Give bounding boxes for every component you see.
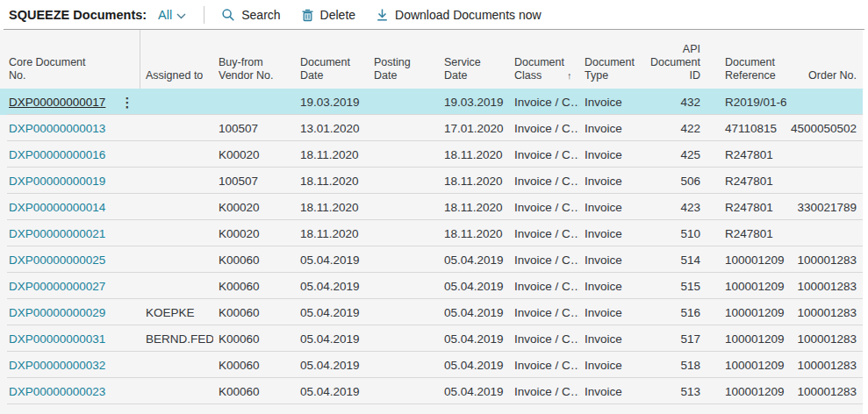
core-document-no-link[interactable]: DXP00000000027 [9, 280, 105, 293]
search-button[interactable]: Search [221, 8, 280, 22]
cell-buy-from-vendor-no[interactable]: K00020 [213, 220, 295, 246]
cell-buy-from-vendor-no[interactable]: K00060 [213, 246, 295, 273]
cell-order-no[interactable]: 100001283 [786, 352, 860, 378]
cell-document-reference[interactable]: 100001209 [704, 352, 786, 378]
cell-order-no[interactable] [786, 220, 860, 246]
cell-document-class[interactable]: Invoice / C… [509, 325, 579, 352]
cell-order-no[interactable] [786, 141, 860, 168]
cell-document-reference[interactable]: 100001209 [704, 378, 786, 404]
cell-assigned-to[interactable] [140, 89, 213, 115]
cell-service-date[interactable]: 05.04.2019 [439, 273, 509, 299]
cell-api-document-id[interactable]: 425 [642, 141, 704, 168]
cell-buy-from-vendor-no[interactable]: K00060 [213, 325, 295, 352]
cell-document-type[interactable]: Invoice [579, 220, 642, 246]
core-document-no-link[interactable]: DXP00000000021 [9, 227, 105, 240]
cell-document-date[interactable]: 05.04.2019 [295, 352, 369, 378]
column-header-order-no[interactable]: Order No. [786, 30, 860, 89]
cell-document-reference[interactable]: 100001209 [704, 299, 786, 325]
cell-buy-from-vendor-no[interactable]: K00060 [213, 273, 295, 299]
cell-service-date[interactable]: 05.04.2019 [439, 378, 509, 404]
cell-api-document-id[interactable]: 518 [642, 352, 704, 378]
cell-service-date[interactable]: 05.04.2019 [439, 246, 509, 273]
cell-document-class[interactable]: Invoice / C… [509, 168, 579, 194]
cell-api-document-id[interactable]: 510 [642, 220, 704, 246]
cell-posting-date[interactable] [369, 352, 439, 378]
column-header-document-class[interactable]: Document Class↑ [509, 30, 579, 89]
cell-posting-date[interactable] [369, 89, 439, 115]
cell-service-date[interactable]: 19.03.2019 [439, 89, 509, 115]
cell-assigned-to[interactable]: BERND.FEDD… [140, 325, 213, 352]
cell-assigned-to[interactable] [140, 378, 213, 404]
cell-order-no[interactable]: 100001283 [786, 325, 860, 352]
cell-order-no[interactable]: 4500050502 [786, 115, 860, 141]
cell-service-date[interactable]: 18.11.2020 [439, 194, 509, 220]
cell-document-class[interactable]: Invoice / C… [509, 89, 579, 115]
cell-core-document-no[interactable]: DXP00000000027 [0, 273, 114, 299]
core-document-no-link[interactable]: DXP00000000014 [9, 201, 105, 214]
cell-document-date[interactable]: 18.11.2020 [295, 220, 369, 246]
cell-document-type[interactable]: Invoice [579, 352, 642, 378]
table-row[interactable]: DXP00000000021K0002018.11.202018.11.2020… [0, 220, 863, 246]
cell-api-document-id[interactable]: 517 [642, 325, 704, 352]
core-document-no-link[interactable]: DXP00000000029 [9, 306, 105, 319]
cell-document-reference[interactable]: R247801 [704, 168, 786, 194]
cell-api-document-id[interactable]: 514 [642, 246, 704, 273]
cell-document-date[interactable]: 18.11.2020 [295, 194, 369, 220]
cell-document-date[interactable]: 05.04.2019 [295, 378, 369, 404]
cell-api-document-id[interactable]: 422 [642, 115, 704, 141]
cell-document-date[interactable]: 18.11.2020 [295, 141, 369, 168]
cell-order-no[interactable]: 100001283 [786, 378, 860, 404]
cell-buy-from-vendor-no[interactable]: K00060 [213, 299, 295, 325]
cell-document-reference[interactable]: 100001209 [704, 325, 786, 352]
cell-document-reference[interactable]: R2019/01-67 [704, 89, 786, 115]
cell-assigned-to[interactable] [140, 194, 213, 220]
cell-api-document-id[interactable]: 506 [642, 168, 704, 194]
table-row[interactable]: DXP0000000001910050718.11.202018.11.2020… [0, 168, 863, 194]
cell-posting-date[interactable] [369, 220, 439, 246]
cell-core-document-no[interactable]: DXP00000000016 [0, 141, 114, 168]
cell-assigned-to[interactable] [140, 168, 213, 194]
table-row[interactable]: DXP00000000017⋮19.03.201919.03.2019Invoi… [0, 89, 863, 115]
column-header-api-document-id[interactable]: API Document ID [642, 30, 704, 89]
cell-buy-from-vendor-no[interactable]: 100507 [213, 115, 295, 141]
cell-core-document-no[interactable]: DXP00000000032 [0, 352, 114, 378]
cell-service-date[interactable]: 18.11.2020 [439, 168, 509, 194]
cell-order-no[interactable]: 330021789 [786, 194, 860, 220]
delete-button[interactable]: Delete [301, 8, 355, 22]
cell-core-document-no[interactable]: DXP00000000019 [0, 168, 114, 194]
table-row[interactable]: DXP00000000029KOEPKEK0006005.04.201905.0… [0, 299, 863, 325]
cell-posting-date[interactable] [369, 246, 439, 273]
cell-core-document-no[interactable]: DXP00000000029 [0, 299, 114, 325]
cell-core-document-no[interactable]: DXP00000000031 [0, 325, 114, 352]
cell-document-date[interactable]: 19.03.2019 [295, 89, 369, 115]
cell-document-type[interactable]: Invoice [579, 89, 642, 115]
cell-api-document-id[interactable]: 513 [642, 378, 704, 404]
cell-document-date[interactable]: 05.04.2019 [295, 325, 369, 352]
cell-document-type[interactable]: Invoice [579, 246, 642, 273]
cell-api-document-id[interactable]: 515 [642, 273, 704, 299]
cell-buy-from-vendor-no[interactable]: 100507 [213, 168, 295, 194]
cell-document-type[interactable]: Invoice [579, 299, 642, 325]
core-document-no-link[interactable]: DXP00000000017 [9, 96, 105, 109]
download-documents-button[interactable]: Download Documents now [376, 8, 542, 22]
cell-document-class[interactable]: Invoice / C… [509, 194, 579, 220]
table-row[interactable]: DXP00000000032K0006005.04.201905.04.2019… [0, 352, 863, 378]
cell-posting-date[interactable] [369, 325, 439, 352]
cell-assigned-to[interactable] [140, 115, 213, 141]
cell-document-reference[interactable]: 47110815 [704, 115, 786, 141]
column-header-document-date[interactable]: Document Date [295, 30, 369, 89]
cell-document-type[interactable]: Invoice [579, 115, 642, 141]
cell-document-type[interactable]: Invoice [579, 141, 642, 168]
cell-document-reference[interactable]: R247801 [704, 220, 786, 246]
column-header-document-type[interactable]: Document Type [579, 30, 642, 89]
cell-core-document-no[interactable]: DXP00000000014 [0, 194, 114, 220]
cell-assigned-to[interactable]: KOEPKE [140, 299, 213, 325]
cell-api-document-id[interactable]: 432 [642, 89, 704, 115]
core-document-no-link[interactable]: DXP00000000032 [9, 359, 105, 372]
cell-document-date[interactable]: 05.04.2019 [295, 246, 369, 273]
cell-core-document-no[interactable]: DXP00000000021 [0, 220, 114, 246]
cell-document-date[interactable]: 18.11.2020 [295, 168, 369, 194]
cell-service-date[interactable]: 18.11.2020 [439, 141, 509, 168]
cell-posting-date[interactable] [369, 194, 439, 220]
cell-document-reference[interactable]: 100001209 [704, 273, 786, 299]
